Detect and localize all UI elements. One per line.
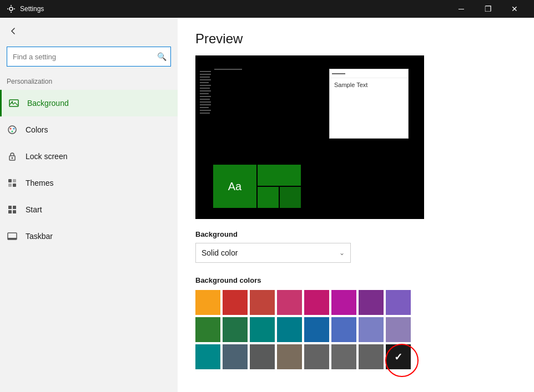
preview-top-strip [214,69,242,70]
svg-point-12 [12,157,13,159]
color-grid [195,290,516,369]
color-swatch-brown-gray[interactable] [277,344,302,369]
back-icon [10,28,17,34]
nav-themes-label: Themes [26,179,54,187]
dropdown-wrapper: Solid color ⌄ [195,243,516,263]
svg-rect-17 [8,206,12,209]
color-swatch-blue-purple[interactable] [331,317,356,342]
themes-icon [7,177,18,189]
svg-rect-15 [8,184,12,187]
title-bar-left: Settings [7,4,44,13]
svg-point-4 [14,8,15,9]
color-swatch-teal[interactable] [250,317,275,342]
color-swatch-dark-red[interactable] [250,290,275,315]
color-swatch-slate-gray[interactable] [250,344,275,369]
nav-colors-label: Colors [26,125,48,134]
preview-box: Aa Sample Text [195,55,424,219]
app-title: Settings [20,5,44,13]
svg-point-8 [10,128,12,130]
nav-taskbar[interactable]: Taskbar [0,223,178,250]
sidebar: 🔍 Personalization Background [0,18,178,392]
color-swatch-hot-pink[interactable] [304,290,329,315]
preview-window-content: Sample Text [330,78,408,91]
lock-icon [7,151,18,162]
svg-rect-16 [13,184,16,187]
nav-background-label: Background [27,99,69,108]
svg-rect-18 [13,206,16,209]
background-section-label: Background [195,230,516,238]
search-wrapper: 🔍 [7,47,171,67]
preview-left-strip [200,71,211,114]
color-swatch-purple[interactable] [359,290,384,315]
color-swatch-dark-slate[interactable] [223,344,248,369]
svg-point-0 [9,7,13,11]
color-swatch-blue-teal[interactable] [277,317,302,342]
color-swatch-slate-blue[interactable] [359,317,384,342]
color-swatch-lavender[interactable] [386,317,411,342]
search-container: 🔍 [7,47,171,67]
close-button[interactable]: ✕ [502,0,527,18]
section-title: Personalization [0,75,178,90]
dropdown-value: Solid color [201,248,238,257]
minimize-button[interactable]: ─ [449,0,474,18]
svg-point-2 [11,12,12,13]
svg-point-1 [11,5,12,6]
nav-start[interactable]: Start [0,196,178,223]
color-swatch-mid-gray[interactable] [331,344,356,369]
image-icon [8,98,19,109]
svg-rect-19 [8,210,12,213]
nav-lock-screen[interactable]: Lock screen [0,143,178,170]
selection-annotation [385,344,419,377]
restore-button[interactable]: ❐ [475,0,501,18]
preview-tiles-area: Aa [213,165,301,208]
main-layout: 🔍 Personalization Background [0,18,534,392]
svg-point-3 [7,8,8,9]
svg-point-10 [12,131,13,133]
color-swatch-orange[interactable] [195,290,220,315]
preview-title-line [332,73,345,74]
color-swatch-dark-green[interactable] [223,317,248,342]
color-swatch-gray[interactable] [304,344,329,369]
background-dropdown[interactable]: Solid color ⌄ [195,243,351,263]
nav-taskbar-label: Taskbar [26,232,53,241]
window-controls: ─ ❐ ✕ [449,0,527,18]
svg-rect-20 [13,210,16,213]
color-swatch-red[interactable] [223,290,248,315]
color-swatch-black[interactable] [386,344,411,369]
color-swatch-pink-red[interactable] [277,290,302,315]
color-swatch-magenta[interactable] [331,290,356,315]
svg-rect-13 [8,179,12,182]
preview-window-titlebar [330,69,408,78]
nav-colors[interactable]: Colors [0,116,178,143]
svg-point-7 [8,126,16,134]
nav-themes[interactable]: Themes [0,170,178,196]
settings-app-icon [7,4,16,13]
title-bar: Settings ─ ❐ ✕ [0,0,534,18]
chevron-down-icon: ⌄ [339,249,345,257]
color-swatch-green[interactable] [195,317,220,342]
svg-rect-22 [8,238,17,240]
preview-window: Sample Text [329,69,409,139]
color-swatch-light-purple[interactable] [386,290,411,315]
color-swatch-dark-gray[interactable] [359,344,384,369]
preview-aa-tile: Aa [213,165,256,208]
content-area: Preview [178,18,534,392]
nav-start-label: Start [26,205,42,214]
colors-section-label: Background colors [195,276,516,284]
taskbar-icon [7,231,18,242]
search-input[interactable] [7,47,171,67]
nav-background[interactable]: Background [0,90,178,116]
nav-lock-screen-label: Lock screen [26,152,67,161]
color-swatch-cyan-teal[interactable] [195,344,220,369]
start-icon [7,204,18,215]
svg-point-9 [13,128,15,130]
color-swatch-blue[interactable] [304,317,329,342]
svg-rect-14 [13,179,16,182]
palette-icon [7,124,18,135]
back-button[interactable] [0,18,27,44]
page-title: Preview [195,31,516,47]
